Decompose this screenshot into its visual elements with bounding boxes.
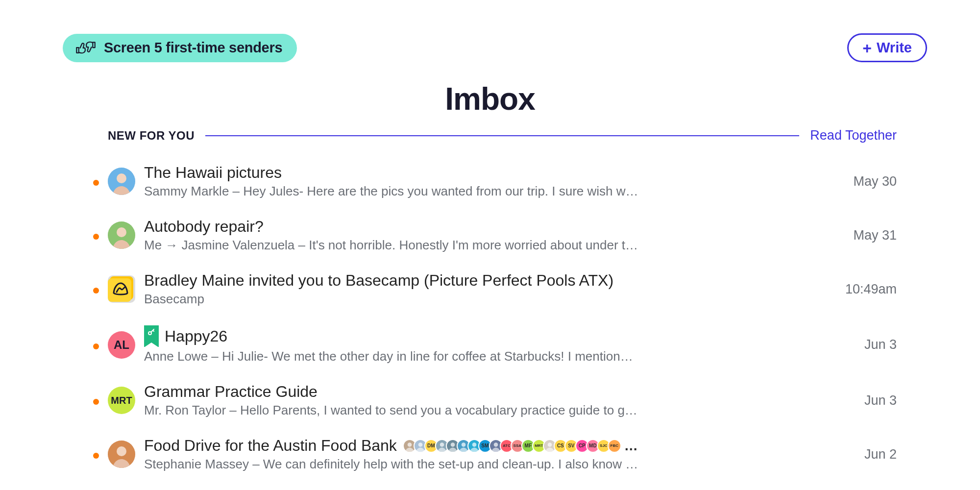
email-preview: Me → Jasmine Valenzuela – It's not horri… bbox=[144, 238, 639, 253]
read-together-link[interactable]: Read Together bbox=[810, 128, 897, 143]
email-row[interactable]: Bradley Maine invited you to Basecamp (P… bbox=[93, 265, 897, 318]
avatar: AL bbox=[108, 331, 135, 359]
email-content: Autobody repair?Me → Jasmine Valenzuela … bbox=[144, 218, 814, 253]
thumbs-icon bbox=[74, 40, 98, 56]
unread-dot-icon bbox=[93, 234, 99, 240]
svg-point-13 bbox=[462, 442, 466, 447]
email-content: Grammar Practice GuideMr. Ron Taylor – H… bbox=[144, 383, 814, 418]
email-subject: Grammar Practice Guide bbox=[144, 383, 318, 401]
svg-point-10 bbox=[418, 442, 423, 447]
svg-point-16 bbox=[548, 442, 552, 447]
email-preview: Sammy Markle – Hey Jules- Here are the p… bbox=[144, 184, 639, 199]
svg-point-8 bbox=[117, 446, 126, 456]
email-preview: Anne Lowe – Hi Julie- We met the other d… bbox=[144, 349, 639, 364]
page-title: Imbox bbox=[0, 81, 980, 117]
screener-pill[interactable]: Screen 5 first-time senders bbox=[63, 34, 297, 62]
write-label: Write bbox=[877, 40, 912, 56]
svg-point-15 bbox=[494, 442, 498, 447]
key-icon bbox=[144, 325, 159, 347]
email-preview: Mr. Ron Taylor – Hello Parents, I wanted… bbox=[144, 403, 639, 418]
email-preview: Basecamp bbox=[144, 292, 639, 307]
email-list: The Hawaii picturesSammy Markle – Hey Ju… bbox=[93, 157, 897, 484]
avatar bbox=[108, 441, 135, 468]
email-subject: The Hawaii pictures bbox=[144, 164, 282, 182]
email-subject: Food Drive for the Austin Food Bank bbox=[144, 437, 397, 455]
email-date: May 30 bbox=[823, 174, 897, 189]
email-row[interactable]: The Hawaii picturesSammy Markle – Hey Ju… bbox=[93, 157, 897, 211]
svg-rect-5 bbox=[108, 278, 131, 302]
email-content: Happy26Anne Lowe – Hi Julie- We met the … bbox=[144, 325, 814, 364]
email-date: May 31 bbox=[823, 228, 897, 243]
email-content: Bradley Maine invited you to Basecamp (P… bbox=[144, 271, 814, 307]
avatar bbox=[108, 275, 135, 303]
write-button[interactable]: + Write bbox=[847, 33, 927, 62]
email-subject: Bradley Maine invited you to Basecamp (P… bbox=[144, 271, 613, 290]
more-icon: … bbox=[624, 438, 639, 454]
unread-dot-icon bbox=[93, 288, 99, 294]
avatar bbox=[108, 168, 135, 195]
participant-chip: FBC bbox=[608, 439, 621, 453]
svg-point-12 bbox=[451, 442, 455, 447]
email-preview: Stephanie Massey – We can definitely hel… bbox=[144, 457, 639, 472]
email-row[interactable]: ALHappy26Anne Lowe – Hi Julie- We met th… bbox=[93, 318, 897, 376]
email-content: Food Drive for the Austin Food BankDMSMA… bbox=[144, 437, 814, 472]
email-date: Jun 2 bbox=[823, 447, 897, 462]
unread-dot-icon bbox=[93, 453, 99, 459]
unread-dot-icon bbox=[93, 180, 99, 186]
section-label: NEW FOR YOU bbox=[108, 129, 195, 143]
email-date: 10:49am bbox=[823, 282, 897, 297]
svg-point-3 bbox=[117, 227, 126, 237]
email-date: Jun 3 bbox=[823, 337, 897, 352]
avatar bbox=[108, 221, 135, 249]
svg-point-9 bbox=[408, 442, 412, 447]
email-row[interactable]: MRTGrammar Practice GuideMr. Ron Taylor … bbox=[93, 376, 897, 430]
avatar: MRT bbox=[108, 387, 135, 414]
participant-strip: DMSMATCSSAMFMRTCSSVCPMDSJCFBC… bbox=[403, 438, 639, 454]
svg-point-11 bbox=[440, 442, 444, 447]
email-date: Jun 3 bbox=[823, 393, 897, 408]
email-row[interactable]: Food Drive for the Austin Food BankDMSMA… bbox=[93, 430, 897, 484]
screener-label: Screen 5 first-time senders bbox=[104, 40, 282, 56]
email-subject: Happy26 bbox=[165, 327, 227, 345]
section-rule bbox=[205, 135, 799, 136]
email-subject: Autobody repair? bbox=[144, 218, 264, 236]
svg-point-1 bbox=[117, 173, 126, 183]
section-header: NEW FOR YOU Read Together bbox=[108, 128, 897, 143]
svg-point-14 bbox=[472, 442, 477, 447]
email-row[interactable]: Autobody repair?Me → Jasmine Valenzuela … bbox=[93, 211, 897, 265]
email-content: The Hawaii picturesSammy Markle – Hey Ju… bbox=[144, 164, 814, 199]
unread-dot-icon bbox=[93, 399, 99, 405]
unread-dot-icon bbox=[93, 343, 99, 349]
plus-icon: + bbox=[862, 40, 872, 56]
